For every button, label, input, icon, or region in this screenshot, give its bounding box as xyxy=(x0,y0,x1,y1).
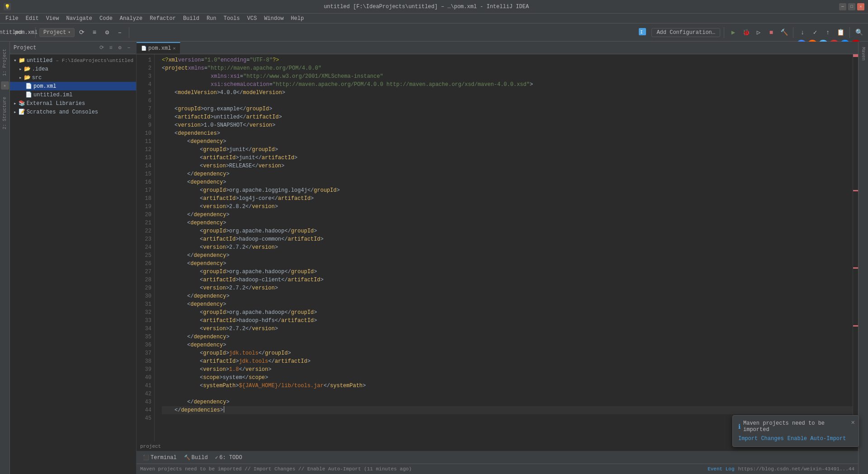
sidebar-tab-project[interactable]: 1: Project xyxy=(1,45,8,80)
code-line-42 xyxy=(162,390,853,398)
notification-close-icon[interactable]: ✕ xyxy=(851,418,855,426)
tree-item-iml[interactable]: 📄 untitled.iml xyxy=(10,90,136,99)
editor-tabs: 📄 pom.xml ✕ xyxy=(137,42,858,54)
maximize-button[interactable]: □ xyxy=(848,3,855,10)
todo-label: 6: TODO xyxy=(219,455,242,461)
tab-close-icon[interactable]: ✕ xyxy=(173,46,175,51)
toolbar-sync-btn[interactable]: ⟳ xyxy=(76,27,87,38)
editor-tab-pom[interactable]: 📄 pom.xml ✕ xyxy=(137,42,180,54)
close-button[interactable]: ✕ xyxy=(857,3,864,10)
menu-code[interactable]: Code xyxy=(96,14,116,23)
menu-edit[interactable]: Edit xyxy=(22,14,42,23)
panel-filter-icon[interactable]: ≡ xyxy=(107,44,114,52)
menu-bar: File Edit View Navigate Code Analyze Ref… xyxy=(0,14,868,24)
src-chevron-icon: ▸ xyxy=(19,75,22,81)
minimize-button[interactable]: ─ xyxy=(839,3,846,10)
code-line-37: <groupId>jdk.tools</groupId> xyxy=(162,349,853,357)
panel-settings-icon[interactable]: ⚙ xyxy=(116,44,123,52)
maven-notification: ℹ Maven projects need to be imported Imp… xyxy=(732,415,859,447)
tab-pom[interactable]: pom.xml xyxy=(21,27,32,38)
code-line-10: <dependencies> xyxy=(162,129,853,137)
build-project-btn[interactable]: 🔨 xyxy=(778,27,789,38)
add-configuration-button[interactable]: Add Configuration… xyxy=(651,28,720,37)
vcs-history-btn[interactable]: 📋 xyxy=(835,27,846,38)
build-button[interactable]: 🔨 Build xyxy=(181,454,211,462)
tree-item-pom[interactable]: 📄 pom.xml xyxy=(10,82,136,90)
tree-iml-label: untitled.iml xyxy=(33,92,72,98)
menu-window[interactable]: Window xyxy=(260,14,287,23)
code-line-36: <dependency> xyxy=(162,341,853,349)
menu-file[interactable]: File xyxy=(2,14,22,23)
tree-root-label: untitled – F:\IdeaProjects\untitled xyxy=(27,57,133,64)
menu-vcs[interactable]: VCS xyxy=(244,14,261,23)
toolbar-filter-btn[interactable]: ≡ xyxy=(89,27,100,38)
intellij-logo: I xyxy=(639,28,646,37)
code-line-19: <version>2.8.2</version> xyxy=(162,203,853,211)
menu-view[interactable]: View xyxy=(42,14,63,23)
toolbar-collapse-btn[interactable]: – xyxy=(114,27,125,38)
build-icon: 🔨 xyxy=(184,455,190,460)
tree-idea-label: .idea xyxy=(32,66,48,72)
bottom-toolbar: ⬛ Terminal 🔨 Build ✓ 6: TODO xyxy=(137,451,858,464)
window-title: untitled [F:\IdeaProjects\untitled] – …\… xyxy=(14,4,839,10)
code-line-34: <version>2.7.2</version> xyxy=(162,325,853,333)
idea-folder-icon: 📂 xyxy=(24,66,31,72)
code-line-1: <?xml version="1.0" encoding="UTF-8"?> xyxy=(162,56,853,64)
code-line-38: <artifactId>jdk.tools</artifactId> xyxy=(162,357,853,365)
tree-item-ext-libs[interactable]: ▸ 📚 External Libraries xyxy=(10,99,136,108)
todo-button[interactable]: ✓ 6: TODO xyxy=(212,454,245,462)
terminal-button[interactable]: ⬛ Terminal xyxy=(140,454,179,462)
tree-item-src[interactable]: ▸ 📂 src xyxy=(10,73,136,82)
code-line-7: <groupId>org.example</groupId> xyxy=(162,105,853,113)
project-selector[interactable]: Project ▾ xyxy=(39,28,75,37)
code-content[interactable]: <?xml version="1.0" encoding="UTF-8"?> <… xyxy=(155,54,853,441)
chevron-down-icon: ▾ xyxy=(68,30,70,35)
sidebar-tab-structure[interactable]: 2: Structure xyxy=(1,93,8,133)
scratches-chevron-icon: ▸ xyxy=(14,109,17,115)
vcs-push-btn[interactable]: ↑ xyxy=(822,27,833,38)
code-line-20: </dependency> xyxy=(162,211,853,219)
menu-help[interactable]: Help xyxy=(287,14,307,23)
debug-button[interactable]: 🐞 xyxy=(741,27,751,38)
left-side-tabs: 1: Project ★ 2: Structure xyxy=(0,42,10,474)
panel-collapse-icon[interactable]: – xyxy=(125,44,132,52)
tree-item-idea[interactable]: ▸ 📂 .idea xyxy=(10,65,136,73)
notification-title-text: Maven projects need to be imported xyxy=(743,420,853,433)
menu-build[interactable]: Build xyxy=(179,14,203,23)
ext-libs-chevron-icon: ▸ xyxy=(14,100,17,106)
import-changes-button[interactable]: Import Changes xyxy=(738,436,784,442)
sidebar-tab-maven[interactable]: Maven xyxy=(860,43,867,64)
toolbar-separator-2 xyxy=(129,27,129,38)
code-line-25: </dependency> xyxy=(162,251,853,260)
code-line-28: <artifactId>hadoop-client</artifactId> xyxy=(162,276,853,284)
run-with-coverage-btn[interactable]: ▷ xyxy=(753,27,764,38)
folder-open-icon: ▾ xyxy=(14,57,17,63)
info-icon: ℹ xyxy=(738,423,741,431)
vcs-commit-btn[interactable]: ✓ xyxy=(810,27,821,38)
menu-navigate[interactable]: Navigate xyxy=(62,14,96,23)
menu-tools[interactable]: Tools xyxy=(220,14,244,23)
vcs-update-btn[interactable]: ↓ xyxy=(797,27,808,38)
enable-auto-import-button[interactable]: Enable Auto-Import xyxy=(788,436,846,442)
status-bar: Maven projects need to be imported // Im… xyxy=(137,464,858,474)
tree-item-scratches[interactable]: ▸ 📝 Scratches and Consoles xyxy=(10,108,136,116)
menu-run[interactable]: Run xyxy=(203,14,220,23)
sidebar-tab-favorites[interactable]: ★ xyxy=(1,81,9,90)
tab-untitled[interactable]: untitled xyxy=(4,27,14,38)
code-line-12: <groupId>junit</groupId> xyxy=(162,146,853,154)
stop-button[interactable]: ■ xyxy=(766,27,777,38)
editor-tab-pom-label: pom.xml xyxy=(148,45,171,52)
search-everywhere-btn[interactable]: 🔍 xyxy=(854,27,864,38)
event-log-label[interactable]: Event Log xyxy=(708,466,734,472)
menu-analyze[interactable]: Analyze xyxy=(116,14,146,23)
menu-refactor[interactable]: Refactor xyxy=(146,14,179,23)
run-button[interactable]: ▶ xyxy=(728,27,739,38)
tree-root[interactable]: ▾ 📁 untitled – F:\IdeaProjects\untitled xyxy=(10,56,136,65)
code-line-17: <groupId>org.apache.logging.log4j</group… xyxy=(162,186,853,194)
toolbar-settings-btn[interactable]: ⚙ xyxy=(102,27,113,38)
code-editor[interactable]: 12345 678910 1112131415 1617181920 21222… xyxy=(137,54,858,441)
panel-sync-icon[interactable]: ⟳ xyxy=(98,44,105,52)
code-line-8: <artifactId>untitled</artifactId> xyxy=(162,113,853,121)
pom-file-icon: 📄 xyxy=(25,83,32,90)
notification-actions: Import Changes Enable Auto-Import xyxy=(738,436,853,442)
